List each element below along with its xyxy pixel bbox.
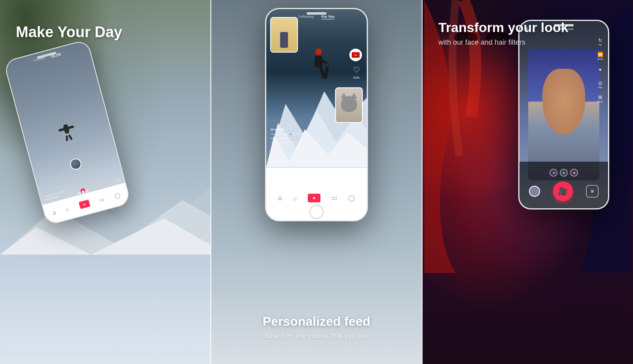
panel-1: Make Your Day Following For You — [0, 0, 210, 364]
phone1-nav-profile-icon[interactable]: ◯ — [114, 192, 121, 199]
woman-skin — [542, 69, 585, 134]
ph2-tab-foryou: For You — [321, 15, 334, 19]
panel3-headline: Transform your look with our face and ha… — [438, 20, 569, 47]
skydiver-arms — [58, 125, 74, 132]
phone3-upload-button[interactable]: ⊞ — [586, 185, 599, 198]
pip-yoga-video — [270, 17, 298, 53]
skier-arm — [318, 57, 328, 64]
phone2-nav-profile-icon[interactable]: ◯ — [348, 194, 355, 202]
phone2-home-button[interactable] — [309, 205, 324, 219]
skiing-video-bg: RB ♡ 303K Following For You @redbull — [266, 9, 367, 168]
skydiver-figure — [57, 122, 79, 149]
phone2-nav-add-button[interactable]: + — [308, 194, 320, 202]
redbull-logo: RB — [352, 52, 360, 58]
phone2-screen: RB ♡ 303K Following For You @redbull — [266, 9, 367, 220]
panel-2: RB ♡ 303K Following For You @redbull — [211, 0, 422, 364]
panel3-title: Transform your look — [438, 20, 569, 35]
phone2-header: Following For You — [266, 15, 367, 19]
cat-bg — [336, 88, 362, 122]
effects-icon: ⊞ — [598, 94, 602, 100]
skier-head — [315, 49, 322, 55]
skydiver-legs — [60, 133, 77, 142]
phone3-filter-button[interactable]: ◎ Filter — [595, 79, 605, 89]
avatar-image — [70, 158, 81, 170]
phone2-hashtag: #GiveYouWings — [270, 137, 347, 140]
panel1-headline: Make Your Day — [16, 24, 122, 41]
filter-dot-2[interactable]: ◐ — [560, 169, 568, 177]
flip-label: Flip — [599, 43, 602, 46]
snow-ground — [0, 237, 210, 364]
phone2-description: The season is on 🎿 Oystein Braaten — [270, 132, 347, 136]
yoga-figure — [280, 32, 288, 48]
beauty-icon: ✦ — [598, 67, 602, 73]
ph2-tab-following: Following — [298, 15, 313, 19]
phone3-beauty-button[interactable]: ✦ — [595, 65, 605, 75]
divider-2 — [422, 0, 423, 364]
divider-1 — [210, 0, 211, 364]
effects-label: Effects — [597, 100, 603, 103]
panel2-subtitle: based on the videos that you like — [211, 332, 422, 340]
skydiver-leg-left — [66, 135, 68, 141]
phone2-sound: ♪ Original sound - redbull — [270, 141, 347, 143]
filters-row: ◑ ◐ ◉ — [550, 169, 578, 177]
phone3-right-icons: ↻ Flip ⏩ Speed ✦ ◎ Filt — [595, 37, 605, 103]
pip-cat-video — [335, 87, 363, 123]
panel2-bottom-text: Personalized feed based on the videos th… — [211, 314, 422, 340]
panel3-subtitle: with our face and hair filters — [438, 38, 569, 47]
phone2-username: @redbull — [270, 128, 347, 131]
phone3-screen: ✕ ♪ ♪ Pick a sound ↻ Flip — [519, 21, 608, 208]
phone1-nav-add-button[interactable]: + — [78, 200, 90, 209]
phone1-avatar — [69, 157, 82, 171]
phone2-nav-home-icon[interactable]: ⌂ — [278, 194, 282, 202]
cat-face — [341, 96, 357, 112]
filter-dot-3[interactable]: ◉ — [570, 169, 578, 177]
phone2-home-btn-wrap — [309, 202, 324, 220]
upload-icon: ⊞ — [591, 189, 594, 193]
phone1-nav-home-icon[interactable]: ⌂ — [52, 209, 57, 216]
speed-label: Speed — [597, 58, 603, 60]
phone3-speed-button[interactable]: ⏩ Speed — [595, 51, 605, 60]
filter-icon: ◎ — [598, 80, 602, 86]
music-note-icon: ♪ — [43, 195, 45, 198]
phone2-nav-inbox-icon[interactable]: ▭ — [332, 194, 337, 202]
phone2-nav: ⌂ ⌕ + ▭ ◯ — [266, 190, 367, 220]
skier-torso — [315, 56, 322, 68]
phone2-frame: RB ♡ 303K Following For You @redbull — [265, 8, 368, 221]
phone2-nav-icons: ⌂ ⌕ + ▭ ◯ — [266, 190, 367, 202]
heart-count: 303K — [353, 76, 360, 79]
camera-icon: 🎥 — [558, 187, 568, 196]
filter-label: Filter — [598, 86, 602, 89]
phone3-frame: ✕ ♪ ♪ Pick a sound ↻ Flip — [518, 20, 609, 209]
phone3-bottom-ui: ◑ ◐ ◉ 🎥 ⊞ — [519, 162, 608, 209]
phone2-notch — [307, 12, 326, 15]
woman-face-area — [528, 49, 599, 180]
phone1-nav-inbox-icon[interactable]: ▭ — [99, 196, 105, 203]
skier-leg-right — [324, 67, 329, 79]
phone2-nav-search-icon[interactable]: ⌕ — [293, 195, 297, 202]
panel2-title: Personalized feed — [211, 314, 422, 329]
phone2-container: RB ♡ 303K Following For You @redbull — [265, 8, 368, 221]
phone1-nav-search-icon[interactable]: ⌕ — [65, 206, 70, 212]
phone3-gallery-avatar[interactable] — [529, 186, 540, 197]
skydiver-body — [63, 124, 70, 134]
phone2-info: @redbull The season is on 🎿 Oystein Braa… — [270, 128, 347, 144]
camera-button-row: 🎥 ⊞ — [523, 181, 605, 201]
redbull-badge: RB — [349, 49, 362, 61]
panel-3: Transform your look with our face and ha… — [423, 0, 633, 364]
skydiver-leg-right — [68, 134, 72, 140]
phone3-camera-bg: ✕ ♪ ♪ Pick a sound ↻ Flip — [519, 21, 608, 208]
phone3-flip-button[interactable]: ↻ Flip — [595, 37, 605, 46]
skier-body-group — [307, 56, 338, 68]
phone3-effects-button[interactable]: ⊞ Effects — [595, 94, 605, 103]
speed-icon: ⏩ — [597, 52, 603, 57]
heart-badge[interactable]: ♡ 303K — [351, 64, 362, 79]
filter-dot-1[interactable]: ◑ — [550, 169, 557, 177]
flip-icon: ↻ — [598, 38, 602, 43]
skier-figure — [307, 49, 338, 96]
phone3-container: ✕ ♪ ♪ Pick a sound ↻ Flip — [518, 20, 609, 209]
heart-icon: ♡ — [351, 64, 362, 75]
record-button[interactable]: 🎥 — [553, 181, 573, 201]
yoga-bg — [271, 18, 297, 52]
